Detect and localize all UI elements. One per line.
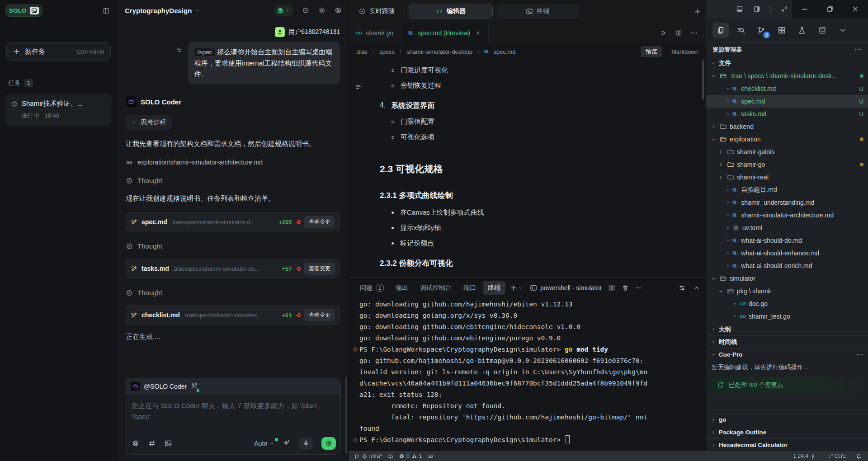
cuepro-processed-bar[interactable]: 已处理 0/0 个变更点: [712, 377, 863, 393]
editor-scrollbar[interactable]: [702, 60, 704, 99]
undo-icon[interactable]: [175, 46, 183, 53]
split-terminal-icon[interactable]: [608, 284, 615, 292]
thought-row[interactable]: Thought: [126, 242, 340, 250]
thought-row[interactable]: Thought: [126, 177, 340, 184]
view-tab-1[interactable]: 编辑器: [409, 4, 493, 19]
files-section-header[interactable]: 文件: [706, 57, 868, 70]
explorer-more-icon[interactable]: [854, 46, 862, 53]
collapse-window-icon[interactable]: [781, 5, 788, 13]
sparkle-icon[interactable]: [283, 439, 291, 447]
activity-search-list-button[interactable]: [733, 23, 749, 38]
panel-tab-0[interactable]: 问题1: [355, 281, 389, 295]
preview-toggle-button[interactable]: 预览: [641, 46, 662, 57]
editor-tab-0[interactable]: GOshamir.go: [349, 23, 401, 43]
tree-item[interactable]: M↓what-ai-should-do.md: [706, 234, 868, 247]
view-changes-button[interactable]: 查看变更: [304, 263, 335, 275]
close-button[interactable]: [843, 0, 868, 18]
tree-item[interactable]: exploration: [706, 133, 868, 146]
hash-icon[interactable]: [148, 439, 156, 447]
tree-item[interactable]: shamir-go: [706, 158, 868, 171]
panel-tab-2[interactable]: 调试控制台: [415, 281, 457, 295]
tree-item[interactable]: backend: [706, 120, 868, 133]
git-branch-item[interactable]: infra*: [352, 453, 384, 459]
tree-item[interactable]: M↓what-ai-should-enrich.md: [706, 259, 868, 272]
terminal-output[interactable]: go: downloading github.com/hajimehoshi/e…: [349, 298, 706, 451]
kill-terminal-icon[interactable]: [622, 284, 629, 292]
mention-icon[interactable]: [132, 439, 140, 447]
stop-generation-button[interactable]: [321, 437, 336, 450]
notifications-item[interactable]: [854, 453, 863, 459]
solo-logo[interactable]: SOLO: [5, 5, 42, 17]
gift-button[interactable]: [274, 5, 293, 16]
breadcrumb-item[interactable]: shamir-simulator-desktop: [406, 48, 472, 55]
editor-layout-item[interactable]: [425, 453, 435, 459]
tree-item[interactable]: M↓checklist.mdU: [706, 82, 868, 95]
restore-button[interactable]: [817, 0, 843, 18]
tree-item[interactable]: simulator: [706, 272, 868, 285]
tree-item[interactable]: .trae \ specs \ shamir-simulator-desk...: [706, 70, 868, 82]
section-时间线[interactable]: 时间线: [706, 335, 868, 348]
chevron-down-icon[interactable]: [194, 8, 200, 13]
account-icon[interactable]: [335, 7, 342, 14]
view-tab-0[interactable]: 实时跟随: [352, 4, 401, 19]
tree-item[interactable]: GOdoc.go: [706, 297, 868, 310]
file-reference[interactable]: exploration\shamir-simulator-architectur…: [126, 159, 340, 166]
workspace-title[interactable]: CryptographyDesign: [125, 7, 192, 14]
split-editor-icon[interactable]: [675, 29, 682, 37]
cue-item[interactable]: →* CUE: [824, 453, 848, 459]
go-version-item[interactable]: 1.24.4: [792, 453, 818, 459]
section-大纲[interactable]: 大纲: [706, 323, 868, 335]
mic-button[interactable]: [299, 437, 313, 450]
thinking-process-toggle[interactable]: 思考过程: [126, 115, 172, 130]
view-changes-button[interactable]: 查看变更: [304, 309, 335, 321]
panel-tab-4[interactable]: 终端: [483, 281, 505, 295]
chat-scrollbar[interactable]: [345, 377, 347, 454]
file-change-card[interactable]: checklist.md.trae\specs\shamir-simulator…: [126, 306, 340, 325]
activity-extensions-button[interactable]: [774, 23, 790, 38]
outline-menu-icon[interactable]: [355, 83, 362, 90]
problems-item[interactable]: 0 1: [397, 453, 424, 459]
tree-item[interactable]: M↓shamir-simulator-architecture.md: [706, 209, 868, 221]
tree-item[interactable]: M↓spec.mdU: [706, 95, 868, 108]
chevron-down-icon[interactable]: [518, 285, 524, 291]
terminal-more-icon[interactable]: [635, 284, 642, 292]
section-hexadecimal-calculator[interactable]: Hexadecimal Calculator: [706, 438, 868, 451]
gear-icon[interactable]: [318, 7, 326, 14]
close-tab-icon[interactable]: [476, 30, 481, 36]
run-icon[interactable]: [660, 29, 667, 37]
filter-icon[interactable]: [679, 284, 686, 292]
tree-item[interactable]: pkg \ shamir: [706, 285, 868, 297]
tree-item[interactable]: M↓tasks.mdU: [706, 108, 868, 120]
panel-tab-1[interactable]: 输出: [391, 281, 413, 295]
tree-item[interactable]: M↓shamir_understanding.md: [706, 196, 868, 209]
section-package-outline[interactable]: Package Outline: [706, 426, 868, 438]
section-go[interactable]: go: [706, 413, 868, 426]
tools-indicator[interactable]: [191, 382, 198, 391]
add-view-button[interactable]: [694, 8, 701, 15]
terminal-session[interactable]: powershell - simulator: [530, 284, 602, 292]
toggle-sidebar-icon[interactable]: [753, 5, 760, 13]
panel-left-toggle-icon[interactable]: [103, 7, 110, 14]
thought-row[interactable]: Thought: [126, 289, 340, 296]
section-cuepro[interactable]: Cue-Pro: [706, 348, 868, 361]
view-tab-2[interactable]: 终端: [496, 4, 579, 19]
breadcrumb-item[interactable]: .trae: [356, 48, 368, 55]
image-icon[interactable]: [164, 439, 172, 447]
task-card[interactable]: Shamir技术验证、... 进行中 · 18:40: [5, 94, 112, 126]
activity-flask-button[interactable]: [794, 23, 810, 38]
tree-item[interactable]: shamir-galois: [706, 146, 868, 158]
editor-tab-1[interactable]: M↓spec.md (Preview): [401, 23, 489, 43]
model-mode-select[interactable]: Auto: [254, 440, 274, 447]
tree-item[interactable]: uv.toml: [706, 221, 868, 234]
breadcrumb-item[interactable]: specs: [379, 48, 395, 55]
minimize-button[interactable]: [792, 0, 817, 18]
tree-item[interactable]: GOshamir_test.go: [706, 310, 868, 323]
tree-item[interactable]: M↓what-ai-should-enhance.md: [706, 247, 868, 259]
breadcrumb-item[interactable]: spec.md: [493, 48, 515, 55]
cuepro-more-icon[interactable]: [856, 351, 863, 358]
activity-chev-down-button[interactable]: [835, 23, 851, 38]
more-actions-icon[interactable]: [690, 29, 698, 37]
view-changes-button[interactable]: 查看变更: [304, 216, 335, 228]
file-change-card[interactable]: spec.md.trae\specs\shamir-simulator-d...…: [126, 212, 340, 231]
activity-database-button[interactable]: [814, 23, 830, 38]
